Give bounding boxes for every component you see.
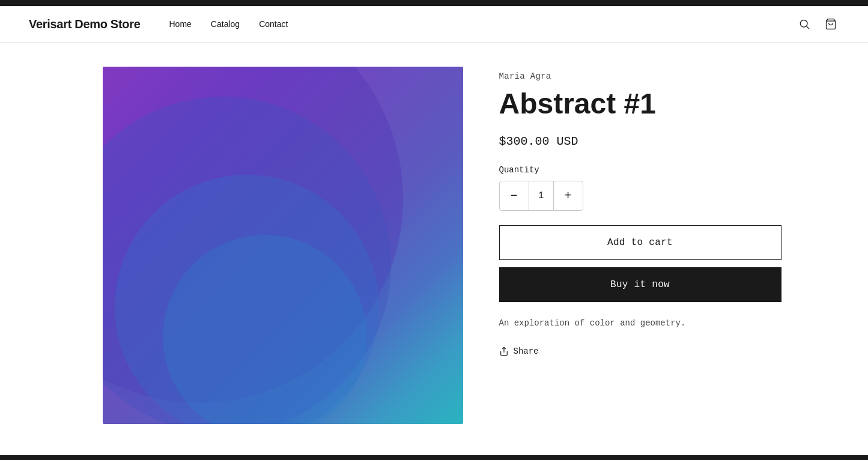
header-right bbox=[796, 16, 839, 32]
product-page: Maria Agra Abstract #1 $300.00 USD Quant… bbox=[0, 43, 868, 448]
svg-line-1 bbox=[807, 26, 810, 29]
search-button[interactable] bbox=[796, 16, 813, 32]
site-header: Verisart Demo Store Home Catalog Contact bbox=[0, 6, 868, 43]
share-button[interactable]: Share bbox=[499, 347, 539, 356]
bottom-bar bbox=[0, 455, 868, 460]
cart-icon bbox=[825, 18, 837, 30]
header-left: Verisart Demo Store Home Catalog Contact bbox=[29, 17, 288, 31]
product-price: $300.00 USD bbox=[499, 135, 782, 148]
quantity-increase-button[interactable]: + bbox=[554, 181, 583, 210]
product-container: Maria Agra Abstract #1 $300.00 USD Quant… bbox=[74, 43, 795, 448]
nav-catalog[interactable]: Catalog bbox=[211, 19, 240, 29]
nav-home[interactable]: Home bbox=[169, 19, 192, 29]
top-bar bbox=[0, 0, 868, 6]
add-to-cart-button[interactable]: Add to cart bbox=[499, 225, 782, 260]
product-title: Abstract #1 bbox=[499, 88, 782, 120]
product-description: An exploration of color and geometry. bbox=[499, 316, 782, 330]
product-details: Maria Agra Abstract #1 $300.00 USD Quant… bbox=[499, 67, 782, 424]
cart-button[interactable] bbox=[822, 16, 839, 32]
quantity-decrease-button[interactable]: − bbox=[500, 181, 529, 210]
abstract-circle-4 bbox=[163, 235, 367, 424]
product-image bbox=[103, 67, 463, 424]
main-nav: Home Catalog Contact bbox=[169, 19, 288, 29]
share-icon bbox=[499, 347, 509, 356]
quantity-value: 1 bbox=[529, 181, 554, 210]
artist-name: Maria Agra bbox=[499, 71, 782, 81]
quantity-control: − 1 + bbox=[499, 181, 583, 211]
nav-contact[interactable]: Contact bbox=[259, 19, 288, 29]
store-title[interactable]: Verisart Demo Store bbox=[29, 17, 141, 31]
quantity-label: Quantity bbox=[499, 165, 782, 175]
product-image-wrapper bbox=[103, 67, 463, 424]
share-label: Share bbox=[514, 347, 539, 356]
search-icon bbox=[798, 18, 810, 30]
svg-point-0 bbox=[800, 20, 807, 27]
buy-it-now-button[interactable]: Buy it now bbox=[499, 267, 782, 302]
